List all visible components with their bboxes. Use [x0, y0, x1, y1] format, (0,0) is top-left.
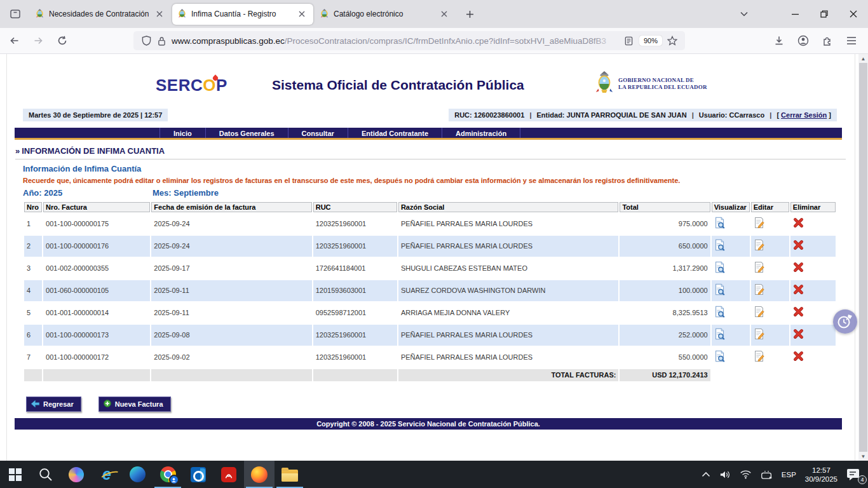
- tab-close-icon[interactable]: [438, 8, 451, 20]
- url-bar[interactable]: www.compraspublicas.gob.ec/ProcesoContra…: [133, 31, 685, 50]
- visualizar-icon[interactable]: [714, 328, 726, 340]
- taskbar-search-icon[interactable]: [31, 461, 61, 488]
- tab-close-icon[interactable]: [153, 8, 166, 20]
- editar-icon[interactable]: [754, 217, 764, 229]
- editar-icon[interactable]: [754, 283, 764, 295]
- taskbar-internet-explorer-icon[interactable]: e: [92, 461, 122, 488]
- cell-ruc: 1726641184001: [313, 258, 397, 279]
- table-row: 5 001-001-000000014 2025-09-11 095259871…: [24, 302, 836, 323]
- new-tab-button[interactable]: [460, 4, 479, 24]
- entity-label: Entidad:: [537, 111, 565, 119]
- scrollbar-thumb[interactable]: [859, 63, 867, 452]
- cell-ruc: 1203251960001: [313, 347, 397, 368]
- back-icon[interactable]: [4, 31, 24, 50]
- extensions-puzzle-icon[interactable]: [817, 31, 837, 50]
- cell-factura: 001-100-000000176: [43, 236, 150, 257]
- scroll-down-icon[interactable]: ▼: [858, 452, 868, 461]
- visualizar-icon[interactable]: [714, 261, 726, 273]
- regresar-button[interactable]: Regresar: [26, 396, 81, 412]
- nav-item-entidad-contratante[interactable]: Entidad Contratante: [348, 128, 442, 138]
- cell-razon-social: PEÑAFIEL PARRALES MARIA LOURDES: [398, 214, 619, 234]
- editar-icon[interactable]: [754, 239, 764, 251]
- firefox-view-icon[interactable]: [5, 4, 25, 24]
- start-button[interactable]: [0, 461, 31, 488]
- tray-chevron-up-icon[interactable]: [698, 461, 714, 488]
- taskbar-chrome-icon[interactable]: [153, 461, 183, 488]
- page-viewport: SERCOP Sistema Oficial de Contratación P…: [0, 54, 868, 461]
- visualizar-icon[interactable]: [714, 283, 726, 295]
- eliminar-icon[interactable]: [793, 284, 804, 295]
- cell-nro: 7: [24, 347, 42, 368]
- list-all-tabs-chevron-icon[interactable]: [733, 4, 755, 24]
- shield-icon[interactable]: [139, 33, 154, 48]
- taskbar-edge-icon[interactable]: [122, 461, 153, 488]
- nav-item-administracion[interactable]: Administración: [442, 128, 520, 138]
- visualizar-icon[interactable]: [714, 306, 726, 318]
- scroll-up-icon[interactable]: ▲: [858, 54, 868, 63]
- tray-clock[interactable]: 12:57 30/9/2025: [801, 461, 841, 488]
- account-icon[interactable]: [793, 31, 813, 50]
- cell-ruc: 1203251960001: [313, 236, 397, 257]
- bookmark-star-icon[interactable]: [665, 33, 680, 48]
- taskbar-firefox-icon[interactable]: [244, 461, 275, 488]
- tray-connect-icon[interactable]: [757, 461, 776, 488]
- cell-fecha: 2025-09-24: [151, 214, 311, 234]
- visualizar-icon[interactable]: [714, 239, 726, 251]
- col-header-fecha: Fecha de emisión de la factura: [151, 202, 311, 212]
- visualizar-icon[interactable]: [714, 350, 726, 362]
- eliminar-icon[interactable]: [793, 351, 804, 362]
- taskbar-file-explorer-icon[interactable]: [275, 461, 305, 488]
- menu-hamburger-icon[interactable]: [841, 31, 862, 50]
- lock-icon[interactable]: [154, 33, 169, 48]
- window-close-button[interactable]: [839, 0, 868, 28]
- vertical-scrollbar[interactable]: ▲ ▼: [858, 54, 868, 461]
- eliminar-icon[interactable]: [793, 329, 804, 339]
- nueva-factura-button[interactable]: Nueva Factura: [98, 396, 171, 412]
- forward-icon[interactable]: [28, 31, 48, 50]
- cell-visualizar: [712, 258, 750, 279]
- nav-item-inicio[interactable]: Inicio: [159, 128, 205, 138]
- zoom-level-badge[interactable]: 90%: [639, 36, 662, 46]
- taskbar-outlook-icon[interactable]: [183, 461, 214, 488]
- tab-title: Catálogo electrónico: [334, 10, 433, 18]
- url-text[interactable]: www.compraspublicas.gob.ec/ProcesoContra…: [172, 36, 621, 46]
- tab-favicon-ecuador-icon: [320, 8, 329, 20]
- eliminar-icon[interactable]: [793, 262, 804, 273]
- floating-timer-widget[interactable]: [833, 309, 857, 334]
- downloads-icon[interactable]: [769, 31, 789, 50]
- tray-notifications-icon[interactable]: 4: [843, 461, 865, 488]
- browser-tab-3[interactable]: Catálogo electrónico: [315, 4, 456, 25]
- cell-razon-social: SUAREZ CORDOVA WASHINGTON DARWIN: [398, 280, 619, 301]
- cell-ruc: 1203251960001: [313, 214, 397, 234]
- logout-link[interactable]: Cerrar Sesión: [781, 111, 827, 119]
- tray-wifi-icon[interactable]: [736, 461, 756, 488]
- taskbar-acrobat-icon[interactable]: [214, 461, 244, 488]
- eliminar-icon[interactable]: [793, 306, 804, 317]
- browser-tab-1[interactable]: Necesidades de Contratación y: [30, 4, 171, 25]
- cell-factura: 001-060-000000105: [43, 280, 150, 301]
- window-minimize-button[interactable]: [780, 0, 810, 28]
- editar-icon[interactable]: [754, 328, 764, 340]
- browser-tab-2-active[interactable]: Infima Cuantía - Registro: [172, 4, 313, 25]
- reload-icon[interactable]: [52, 31, 72, 50]
- editar-icon[interactable]: [754, 350, 764, 362]
- cell-eliminar: [790, 302, 836, 323]
- editar-icon[interactable]: [754, 306, 764, 318]
- browser-toolbar: www.compraspublicas.gob.ec/ProcesoContra…: [0, 28, 868, 54]
- cell-factura: 001-002-000000355: [43, 258, 150, 279]
- nav-item-datos-generales[interactable]: Datos Generales: [205, 128, 288, 138]
- tray-volume-icon[interactable]: [715, 461, 735, 488]
- cell-total: 550.0000: [620, 347, 710, 368]
- visualizar-icon[interactable]: [714, 217, 726, 229]
- tab-close-icon[interactable]: [295, 8, 308, 20]
- tray-language-indicator[interactable]: ESP: [778, 461, 800, 488]
- user-label: Usuario:: [699, 111, 728, 119]
- eliminar-icon[interactable]: [793, 240, 804, 250]
- window-restore-button[interactable]: [810, 0, 839, 28]
- taskbar-copilot-icon[interactable]: [61, 461, 92, 488]
- nav-item-consultar[interactable]: Consultar: [288, 128, 348, 138]
- eliminar-icon[interactable]: [793, 217, 804, 228]
- editar-icon[interactable]: [754, 261, 764, 273]
- reader-view-icon[interactable]: [621, 33, 637, 48]
- invoices-table: Nro Nro. Factura Fecha de emisión de la …: [23, 201, 837, 383]
